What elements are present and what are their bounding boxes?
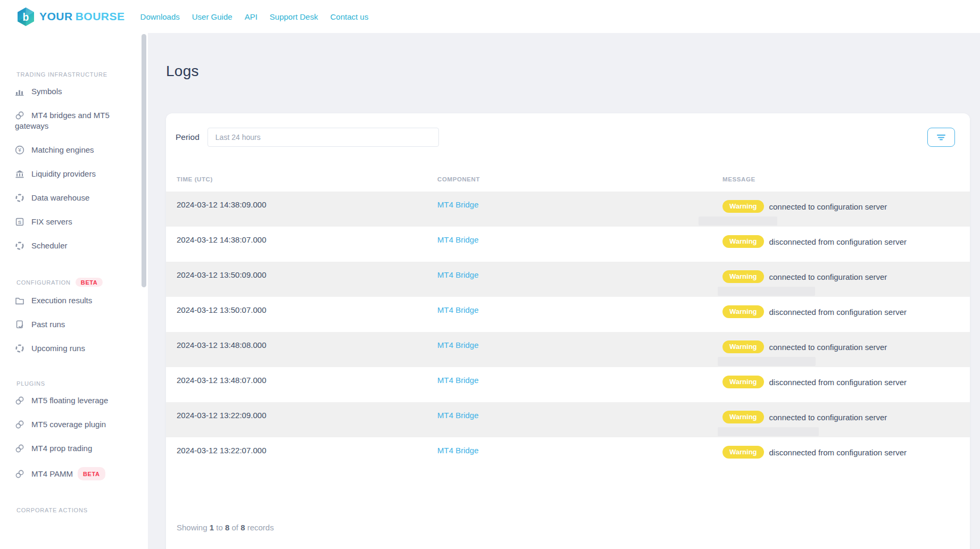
- logo-text: YOURBOURSE: [39, 10, 125, 23]
- sidebar-item-list: SymbolsMT4 bridges and MT5 gateways¥Matc…: [15, 86, 133, 251]
- log-message-text: disconnected from configuration server: [769, 378, 907, 387]
- sidebar-item-matching-engines[interactable]: ¥Matching engines: [15, 145, 130, 155]
- sidebar-item-label: Past runs: [31, 320, 65, 329]
- log-time: 2024-03-12 14:38:09.000: [177, 192, 437, 227]
- warning-badge: Warning: [722, 305, 764, 318]
- log-table-row: 2024-03-12 13:22:07.000MT4 BridgeWarning…: [166, 437, 970, 472]
- warning-badge: Warning: [722, 376, 764, 388]
- link-icon: [15, 396, 24, 405]
- link-icon: [15, 469, 24, 479]
- sidebar-item-label: MT4 prop trading: [31, 444, 92, 453]
- log-message-cell: Warningdisconnected from configuration s…: [722, 297, 970, 332]
- log-time: 2024-03-12 13:48:07.000: [177, 367, 437, 402]
- log-message-cell: Warningdisconnected from configuration s…: [722, 367, 970, 402]
- log-table-row: 2024-03-12 13:48:08.000MT4 BridgeWarning…: [166, 332, 970, 367]
- sidebar-item-mt4-bridges-and-mt5-gateways[interactable]: MT4 bridges and MT5 gateways: [15, 110, 130, 131]
- sidebar-section-configuration: CONFIGURATIONBETAExecution resultsPast r…: [15, 278, 133, 354]
- yen-circle-icon: ¥: [15, 145, 24, 155]
- log-table-body: 2024-03-12 14:38:09.000MT4 BridgeWarning…: [166, 192, 970, 472]
- log-message-cell: Warningdisconnected from configuration s…: [722, 437, 970, 472]
- sidebar-item-label: Matching engines: [31, 145, 94, 154]
- sidebar-item-label: Symbols: [31, 87, 62, 96]
- log-table-row: 2024-03-12 13:48:07.000MT4 BridgeWarning…: [166, 367, 970, 402]
- filter-icon: [936, 132, 946, 142]
- log-component-cell: MT4 Bridge: [437, 227, 722, 262]
- sidebar-item-past-runs[interactable]: Past runs: [15, 319, 130, 330]
- log-time: 2024-03-12 14:38:07.000: [177, 227, 437, 262]
- logo[interactable]: b YOURBOURSE: [18, 7, 125, 26]
- link-icon: [15, 111, 24, 120]
- summary-text: to: [214, 523, 225, 532]
- sidebar-item-symbols[interactable]: Symbols: [15, 86, 130, 97]
- link-icon: [15, 444, 24, 453]
- log-table-row: 2024-03-12 14:38:07.000MT4 BridgeWarning…: [166, 227, 970, 262]
- nav-link-contact-us[interactable]: Contact us: [330, 12, 369, 21]
- redacted-text-blur: [699, 217, 777, 226]
- log-message-cell: Warningdisconnected from configuration s…: [722, 227, 970, 262]
- nav-link-downloads[interactable]: Downloads: [140, 12, 180, 21]
- component-link[interactable]: MT4 Bridge: [437, 411, 479, 420]
- sidebar-section-plugins: PLUGINSMT5 floating leverageMT5 coverage…: [15, 380, 133, 480]
- log-message-line: Warningconnected to configuration server: [722, 200, 970, 213]
- log-component-cell: MT4 Bridge: [437, 192, 722, 227]
- page-title: Logs: [166, 63, 980, 80]
- redacted-text-blur: [718, 287, 815, 296]
- nav-link-user-guide[interactable]: User Guide: [192, 12, 232, 21]
- sidebar-section-title-text: TRADING INFRASTRUCTURE: [16, 71, 107, 78]
- table-header: TIME (UTC) COMPONENT MESSAGE: [166, 176, 970, 192]
- logo-text-primary: YOUR: [39, 10, 73, 22]
- sidebar-item-mt4-pamm[interactable]: MT4 PAMMBETA: [15, 467, 130, 480]
- component-link[interactable]: MT4 Bridge: [437, 340, 479, 350]
- column-header-component: COMPONENT: [437, 176, 722, 182]
- sidebar-section-title: PLUGINS: [16, 380, 133, 387]
- log-table-row: 2024-03-12 13:50:09.000MT4 BridgeWarning…: [166, 262, 970, 297]
- log-message-text: connected to configuration server: [769, 272, 887, 281]
- sidebar-item-label: MT5 floating leverage: [31, 396, 108, 405]
- column-header-message: MESSAGE: [722, 176, 970, 182]
- period-label: Period: [176, 132, 200, 142]
- svg-text:¥: ¥: [18, 147, 21, 153]
- sidebar-item-liquidity-providers[interactable]: Liquidity providers: [15, 169, 130, 179]
- top-nav-links: DownloadsUser GuideAPISupport DeskContac…: [140, 12, 369, 21]
- warning-badge: Warning: [722, 270, 764, 283]
- component-link[interactable]: MT4 Bridge: [437, 305, 479, 314]
- component-link[interactable]: MT4 Bridge: [437, 446, 479, 455]
- warning-badge: Warning: [722, 200, 764, 213]
- log-table-row: 2024-03-12 14:38:09.000MT4 BridgeWarning…: [166, 192, 970, 227]
- component-link[interactable]: MT4 Bridge: [437, 200, 479, 209]
- sidebar-item-label: MT4 PAMM: [31, 469, 73, 478]
- sidebar-item-data-warehouse[interactable]: Data warehouse: [15, 193, 130, 203]
- sidebar-item-upcoming-runs[interactable]: Upcoming runs: [15, 343, 130, 354]
- nav-link-support-desk[interactable]: Support Desk: [270, 12, 318, 21]
- sidebar-item-label: Upcoming runs: [31, 344, 85, 353]
- log-message-line: Warningconnected to configuration server: [722, 340, 970, 353]
- component-link[interactable]: MT4 Bridge: [437, 376, 479, 385]
- sidebar-item-mt5-coverage-plugin[interactable]: MT5 coverage plugin: [15, 419, 130, 430]
- sidebar-scrollbar-thumb[interactable]: [142, 34, 146, 287]
- summary-text: of: [229, 523, 240, 532]
- logo-text-secondary: BOURSE: [76, 10, 125, 22]
- sidebar-item-fix-servers[interactable]: SFIX servers: [15, 217, 130, 227]
- warning-badge: Warning: [722, 446, 764, 459]
- nav-link-api[interactable]: API: [245, 12, 258, 21]
- log-time: 2024-03-12 13:50:07.000: [177, 297, 437, 332]
- sidebar-section-title: CONFIGURATIONBETA: [16, 278, 133, 287]
- log-message-text: disconnected from configuration server: [769, 307, 907, 317]
- sidebar-item-mt4-prop-trading[interactable]: MT4 prop trading: [15, 443, 130, 454]
- period-input[interactable]: [207, 128, 439, 147]
- component-link[interactable]: MT4 Bridge: [437, 270, 479, 279]
- sidebar-sections: TRADING INFRASTRUCTURESymbolsMT4 bridges…: [15, 71, 133, 513]
- log-component-cell: MT4 Bridge: [437, 402, 722, 437]
- component-link[interactable]: MT4 Bridge: [437, 235, 479, 244]
- log-message-text: disconnected from configuration server: [769, 237, 907, 246]
- log-message-line: Warningconnected to configuration server: [722, 411, 970, 423]
- filter-row: Period: [166, 113, 970, 147]
- sidebar-item-scheduler[interactable]: Scheduler: [15, 240, 130, 251]
- sidebar-item-execution-results[interactable]: Execution results: [15, 295, 130, 306]
- sidebar-section-title: CORPORATE ACTIONS: [16, 507, 133, 513]
- sidebar-item-mt5-floating-leverage[interactable]: MT5 floating leverage: [15, 395, 130, 406]
- warning-badge: Warning: [722, 340, 764, 353]
- sidebar-item-label: Liquidity providers: [31, 169, 96, 178]
- svg-text:S: S: [18, 219, 21, 225]
- filter-button[interactable]: [927, 128, 955, 147]
